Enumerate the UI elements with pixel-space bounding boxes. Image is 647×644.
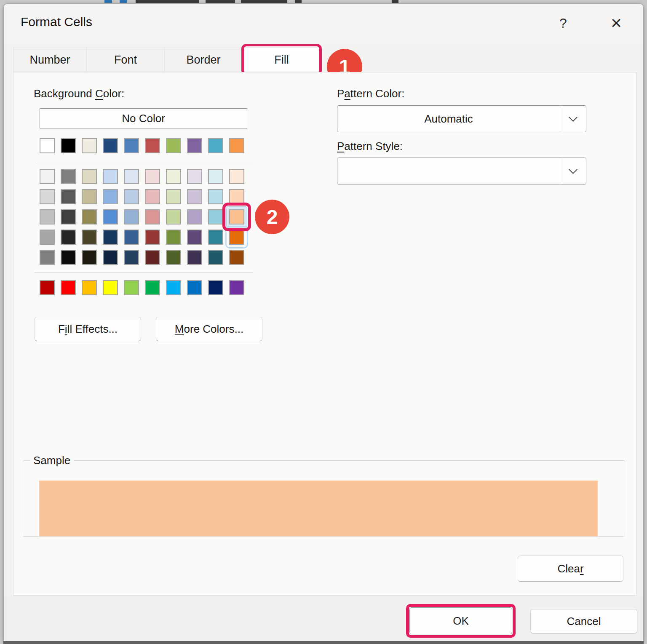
color-swatch[interactable]	[187, 230, 202, 245]
tab-font[interactable]: Font	[87, 48, 165, 72]
color-swatch[interactable]	[103, 230, 118, 245]
color-swatch[interactable]	[124, 209, 139, 224]
color-swatch[interactable]	[145, 189, 160, 204]
color-swatch[interactable]	[208, 230, 223, 245]
color-swatch[interactable]	[124, 189, 139, 204]
color-swatch[interactable]	[187, 189, 202, 204]
close-icon[interactable]: ✕	[604, 12, 628, 34]
pattern-style-select[interactable]	[337, 158, 586, 184]
color-swatch[interactable]	[145, 209, 160, 224]
color-swatch[interactable]	[40, 280, 55, 295]
color-swatch[interactable]	[61, 189, 76, 204]
cancel-button[interactable]: Cancel	[530, 609, 637, 633]
color-swatch[interactable]	[229, 280, 244, 295]
color-swatch[interactable]	[40, 169, 55, 184]
color-swatch[interactable]	[40, 250, 55, 265]
color-swatch[interactable]	[166, 209, 181, 224]
chevron-down-icon[interactable]	[560, 158, 586, 184]
tab-number[interactable]: Number	[13, 48, 87, 72]
color-swatch[interactable]	[61, 230, 76, 245]
color-swatch[interactable]	[61, 209, 76, 224]
color-swatch[interactable]	[229, 138, 244, 153]
standard-colors-row	[40, 280, 244, 295]
tab-border[interactable]: Border	[165, 48, 243, 72]
color-swatch[interactable]	[166, 280, 181, 295]
color-swatch[interactable]	[208, 209, 223, 224]
color-swatch[interactable]	[145, 250, 160, 265]
color-swatch[interactable]	[82, 230, 97, 245]
color-swatch[interactable]	[229, 230, 244, 245]
color-swatch[interactable]	[145, 169, 160, 184]
color-swatch[interactable]	[61, 280, 76, 295]
color-swatch[interactable]	[229, 169, 244, 184]
color-swatch[interactable]	[103, 280, 118, 295]
color-swatch[interactable]	[166, 250, 181, 265]
color-swatch[interactable]	[208, 280, 223, 295]
color-swatch-fill	[145, 169, 160, 184]
color-swatch[interactable]	[103, 138, 118, 153]
color-swatch[interactable]	[82, 169, 97, 184]
color-swatch-fill	[40, 250, 55, 265]
color-swatch[interactable]	[166, 138, 181, 153]
color-swatch[interactable]	[82, 250, 97, 265]
color-swatch[interactable]	[145, 230, 160, 245]
color-swatch[interactable]	[145, 280, 160, 295]
color-swatch[interactable]	[124, 250, 139, 265]
color-swatch[interactable]	[208, 189, 223, 204]
label-accel: P	[337, 140, 344, 152]
color-swatch[interactable]	[61, 138, 76, 153]
color-swatch[interactable]	[82, 209, 97, 224]
fill-effects-button[interactable]: Fill Effects...	[35, 317, 141, 341]
color-swatch-fill	[166, 169, 181, 184]
color-swatch[interactable]	[124, 280, 139, 295]
label-text: ore Colors...	[184, 323, 244, 335]
color-swatch[interactable]	[145, 138, 160, 153]
label-accel: a	[344, 87, 350, 100]
selected-color-swatch[interactable]	[229, 209, 244, 224]
color-swatch[interactable]	[103, 209, 118, 224]
more-colors-button[interactable]: More Colors...	[156, 317, 262, 341]
color-swatch[interactable]	[208, 138, 223, 153]
color-swatch[interactable]	[103, 169, 118, 184]
color-swatch[interactable]	[166, 230, 181, 245]
ok-button[interactable]: OK	[409, 607, 512, 634]
color-swatch[interactable]	[187, 250, 202, 265]
color-swatch[interactable]	[187, 209, 202, 224]
color-swatch[interactable]	[187, 138, 202, 153]
color-swatch[interactable]	[61, 169, 76, 184]
color-swatch[interactable]	[187, 169, 202, 184]
color-swatch[interactable]	[124, 138, 139, 153]
color-swatch[interactable]	[82, 280, 97, 295]
color-swatch-fill	[187, 138, 202, 153]
color-swatch[interactable]	[40, 230, 55, 245]
clear-button[interactable]: Clear	[518, 556, 623, 582]
color-swatch-fill	[82, 189, 97, 204]
color-swatch[interactable]	[187, 280, 202, 295]
label-text: attern Style:	[344, 140, 403, 152]
tab-strip: Number Font Border Fill	[13, 48, 321, 72]
color-swatch[interactable]	[61, 250, 76, 265]
color-swatch[interactable]	[208, 250, 223, 265]
color-swatch[interactable]	[166, 189, 181, 204]
tab-fill[interactable]: Fill	[243, 48, 321, 72]
no-color-button[interactable]: No Color	[40, 108, 247, 128]
color-swatch[interactable]	[124, 230, 139, 245]
color-swatch[interactable]	[103, 189, 118, 204]
color-swatch[interactable]	[82, 189, 97, 204]
pattern-color-select[interactable]: Automatic	[337, 105, 586, 132]
color-swatch[interactable]	[124, 169, 139, 184]
color-swatch[interactable]	[40, 189, 55, 204]
color-swatch[interactable]	[166, 169, 181, 184]
color-swatch-fill	[166, 138, 181, 153]
color-swatch[interactable]	[229, 250, 244, 265]
help-button[interactable]: ?	[551, 12, 575, 34]
color-variant-row	[40, 250, 244, 265]
color-swatch[interactable]	[40, 138, 55, 153]
color-swatch[interactable]	[208, 169, 223, 184]
color-swatch[interactable]	[229, 189, 244, 204]
color-swatch[interactable]	[40, 209, 55, 224]
chevron-down-icon[interactable]	[560, 106, 586, 132]
color-swatch[interactable]	[82, 138, 97, 153]
color-swatch[interactable]	[103, 250, 118, 265]
color-swatch-fill	[145, 189, 160, 204]
